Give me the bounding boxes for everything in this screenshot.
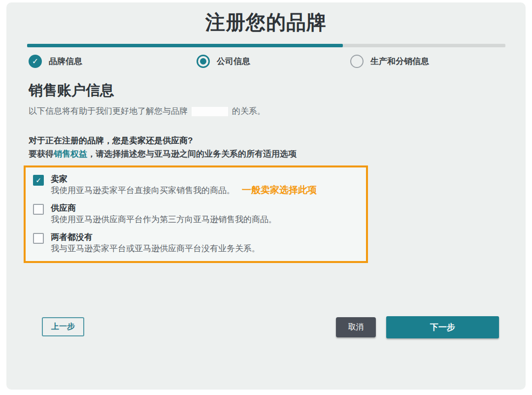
option-label: 供应商 — [51, 203, 284, 213]
vendor-checkbox[interactable]: ✓ — [33, 204, 44, 215]
seller-checkbox[interactable]: ✓ — [33, 175, 44, 186]
step-label: 品牌信息 — [49, 56, 82, 67]
checkbox-check-icon: ✓ — [35, 177, 41, 184]
option-neither[interactable]: ✓ 两者都没有 我与亚马逊卖家平台或亚马逊供应商平台没有业务关系。 — [33, 232, 359, 255]
progress-bar — [27, 44, 505, 47]
option-vendor[interactable]: ✓ 供应商 我使用亚马逊供应商平台作为第三方向亚马逊销售我的商品。 — [33, 203, 359, 226]
option-seller[interactable]: ✓ 卖家 我使用亚马逊卖家平台直接向买家销售我的商品。一般卖家选择此项 — [33, 174, 359, 197]
hint-suffix: ，请选择描述您与亚马逊之间的业务关系的所有适用选项 — [87, 149, 297, 159]
option-description: 我使用亚马逊供应商平台作为第三方向亚马逊销售我的商品。 — [51, 213, 284, 226]
neither-checkbox[interactable]: ✓ — [33, 233, 44, 244]
progress-fill — [27, 44, 343, 47]
option-description: 我使用亚马逊卖家平台直接向买家销售我的商品。一般卖家选择此项 — [51, 184, 317, 197]
question-hint: 要获得销售权益，请选择描述您与亚马逊之间的业务关系的所有适用选项 — [29, 148, 297, 160]
hint-prefix: 要获得 — [29, 149, 54, 159]
question-title: 对于正在注册的品牌，您是卖家还是供应商? — [29, 135, 193, 146]
step-production-distribution-info[interactable]: ✓ 生产和分销信息 — [350, 55, 429, 68]
section-heading: 销售账户信息 — [29, 81, 114, 100]
option-label: 卖家 — [51, 174, 317, 184]
previous-button[interactable]: 上一步 — [42, 317, 84, 336]
page-title: 注册您的品牌 — [0, 9, 532, 36]
step-upcoming-circle-icon: ✓ — [350, 55, 364, 68]
step-completed-check-icon: ✓ — [29, 55, 42, 68]
cancel-button[interactable]: 取消 — [336, 317, 376, 337]
step-current-radio-icon: ✓ — [197, 55, 210, 68]
step-label: 生产和分销信息 — [370, 56, 429, 67]
brand-name-redacted-box — [192, 107, 228, 116]
step-label: 公司信息 — [217, 56, 250, 67]
options-highlight-box: ✓ 卖家 我使用亚马逊卖家平台直接向买家销售我的商品。一般卖家选择此项 ✓ 供应… — [24, 165, 368, 263]
selling-benefits-link[interactable]: 销售权益 — [54, 149, 87, 159]
seller-annotation: 一般卖家选择此项 — [242, 185, 317, 195]
option-description: 我与亚马逊卖家平台或亚马逊供应商平台没有业务关系。 — [51, 242, 267, 255]
subtitle-prefix: 以下信息将有助于我们更好地了解您与品牌 — [29, 106, 188, 116]
section-subtitle: 以下信息将有助于我们更好地了解您与品牌的关系。 — [29, 105, 266, 117]
step-company-info[interactable]: ✓ 公司信息 — [197, 55, 250, 68]
subtitle-suffix: 的关系。 — [232, 106, 266, 116]
next-button[interactable]: 下一步 — [386, 316, 499, 338]
step-brand-info[interactable]: ✓ 品牌信息 — [29, 55, 82, 68]
option-label: 两者都没有 — [51, 232, 267, 242]
